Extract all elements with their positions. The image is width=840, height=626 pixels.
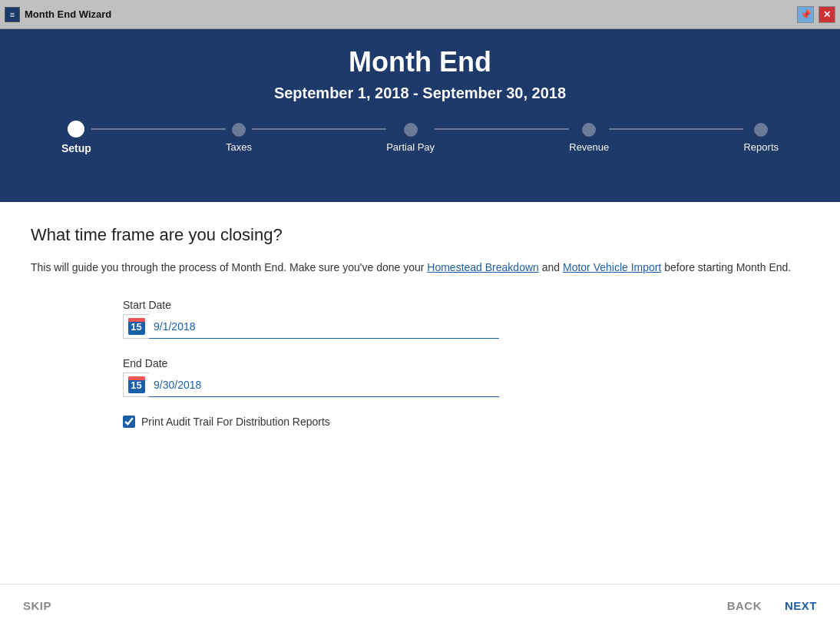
step-label-setup: Setup [61, 142, 91, 154]
motor-vehicle-import-link[interactable]: Motor Vehicle Import [563, 261, 661, 273]
next-button[interactable]: NEXT [785, 599, 817, 612]
start-date-input-wrapper: 15 [123, 314, 499, 339]
homestead-breakdown-link[interactable]: Homestead Breakdown [427, 261, 539, 273]
step-line-2 [252, 128, 386, 130]
start-date-calendar-num: 15 [131, 321, 141, 333]
back-button[interactable]: BACK [727, 599, 762, 612]
pin-button[interactable]: 📌 [797, 6, 814, 23]
description-text-middle: and [539, 261, 563, 273]
start-date-group: Start Date 15 [123, 299, 809, 339]
footer: SKIP BACK NEXT [0, 584, 840, 626]
step-setup[interactable]: Setup [61, 121, 91, 154]
start-date-calendar-button[interactable]: 15 [123, 314, 149, 339]
audit-trail-checkbox[interactable] [123, 416, 135, 428]
end-date-input[interactable] [149, 373, 499, 397]
step-label-taxes: Taxes [226, 141, 252, 153]
description-text-after: before starting Month End. [661, 261, 791, 273]
step-circle-revenue [582, 123, 596, 137]
audit-trail-row: Print Audit Trail For Distribution Repor… [123, 416, 809, 428]
step-line-4 [609, 128, 743, 130]
step-label-revenue: Revenue [569, 141, 609, 153]
step-partial-pay[interactable]: Partial Pay [386, 123, 435, 153]
titlebar: ≡ Month End Wizard 📌 ✕ [0, 0, 840, 29]
description-text-before: This will guide you through the process … [31, 261, 427, 273]
description: This will guide you through the process … [31, 259, 809, 276]
step-circle-taxes [232, 123, 246, 137]
skip-button[interactable]: SKIP [23, 599, 51, 612]
start-date-input[interactable] [149, 314, 499, 339]
end-date-calendar-num: 15 [131, 379, 141, 391]
step-revenue[interactable]: Revenue [569, 123, 609, 153]
step-reports[interactable]: Reports [743, 123, 779, 153]
start-date-label: Start Date [123, 299, 809, 311]
step-circle-reports [754, 123, 768, 137]
wizard-date-range: September 1, 2018 - September 30, 2018 [0, 84, 840, 102]
close-button[interactable]: ✕ [819, 6, 835, 23]
step-circle-partial-pay [404, 123, 418, 137]
step-line-3 [435, 128, 569, 130]
step-line-1 [91, 128, 226, 130]
wizard-header: Month End September 1, 2018 - September … [0, 29, 840, 202]
section-title: What time frame are you closing? [31, 225, 809, 245]
app-icon: ≡ [5, 7, 20, 22]
main-content: What time frame are you closing? This wi… [0, 202, 840, 584]
audit-trail-label: Print Audit Trail For Distribution Repor… [141, 416, 330, 428]
progress-steps: Setup Taxes Partial Pay Revenue Reports [0, 121, 840, 154]
end-date-group: End Date 15 [123, 357, 809, 397]
start-date-calendar-icon: 15 [128, 318, 145, 335]
footer-right-buttons: BACK NEXT [727, 599, 817, 612]
end-date-input-wrapper: 15 [123, 373, 499, 397]
form-section: Start Date 15 End Date 15 [123, 299, 809, 428]
step-label-partial-pay: Partial Pay [386, 141, 435, 153]
step-circle-setup [68, 121, 84, 137]
wizard-title: Month End [0, 46, 840, 78]
end-date-calendar-icon: 15 [128, 376, 145, 393]
app-title: Month End Wizard [25, 8, 792, 20]
step-label-reports: Reports [743, 141, 779, 153]
step-taxes[interactable]: Taxes [226, 123, 252, 153]
end-date-label: End Date [123, 357, 809, 369]
end-date-calendar-button[interactable]: 15 [123, 373, 149, 397]
